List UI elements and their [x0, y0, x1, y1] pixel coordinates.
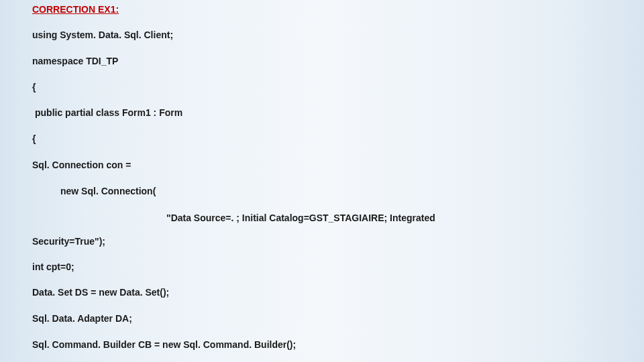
code-line-dataset: Data. Set DS = new Data. Set(); — [32, 287, 612, 298]
code-line-new-connection: new Sql. Connection( — [32, 186, 612, 197]
slide-content: CORRECTION EX1: using System. Data. Sql.… — [0, 0, 644, 362]
code-line-namespace: namespace TDI_TP — [32, 56, 612, 67]
code-line-class: public partial class Form1 : Form — [32, 107, 612, 119]
conn-string-left: Security=True"); — [32, 236, 612, 247]
code-line-intcpt: int cpt=0; — [32, 261, 612, 273]
code-line-brace-open: { — [32, 82, 612, 93]
correction-heading: CORRECTION EX1: — [32, 4, 612, 15]
conn-string-right: "Data Source=. ; Initial Catalog=GST_STA… — [32, 213, 435, 223]
code-line-sqlconnection: Sql. Connection con = — [32, 160, 612, 171]
code-line-connection-string: "Data Source=. ; Initial Catalog=GST_STA… — [32, 212, 612, 247]
code-line-brace-open-2: { — [32, 133, 612, 145]
code-line-adapter: Sql. Data. Adapter DA; — [32, 313, 612, 324]
code-line-using: using System. Data. Sql. Client; — [32, 29, 612, 41]
code-line-commandbuilder: Sql. Command. Builder CB = new Sql. Comm… — [32, 339, 612, 351]
